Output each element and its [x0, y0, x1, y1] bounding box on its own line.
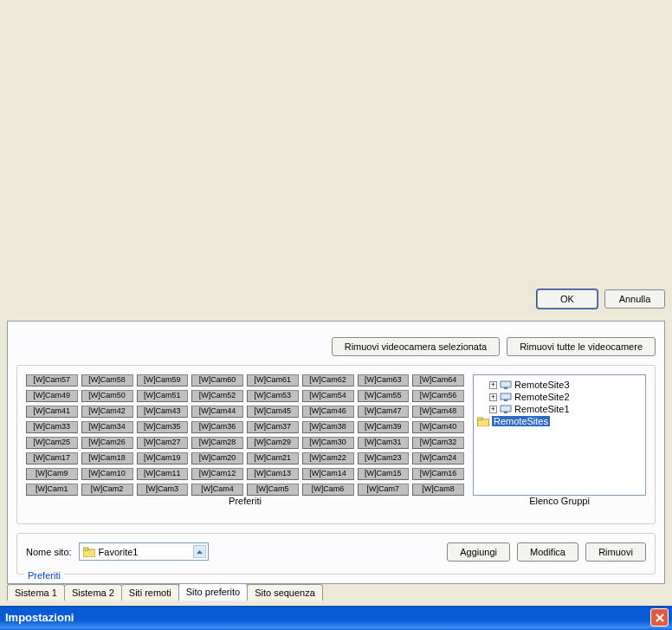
camera-cell-13[interactable]: [W]Cam13 — [247, 468, 299, 480]
cancel-button[interactable]: Annulla — [604, 289, 665, 309]
camera-label: [W]Cam17 — [34, 453, 71, 464]
tab-siti-remoti[interactable]: Siti remoti — [121, 584, 179, 601]
tab-sito-preferito[interactable]: Sito preferito — [178, 583, 248, 601]
camera-cell-27[interactable]: [W]Cam27 — [137, 437, 189, 449]
camera-cell-51[interactable]: [W]Cam51 — [137, 390, 189, 402]
camera-cell-19[interactable]: [W]Cam19 — [137, 452, 189, 464]
camera-cell-64[interactable]: [W]Cam64 — [412, 374, 464, 386]
camera-cell-62[interactable]: [W]Cam62 — [302, 374, 354, 386]
camera-cell-26[interactable]: [W]Cam26 — [81, 437, 133, 449]
camera-cell-31[interactable]: [W]Cam31 — [358, 437, 410, 449]
camera-cell-53[interactable]: [W]Cam53 — [247, 390, 299, 402]
camera-cell-39[interactable]: [W]Cam39 — [358, 421, 410, 433]
camera-label: [W]Cam36 — [199, 422, 236, 432]
camera-cell-10[interactable]: [W]Cam10 — [81, 468, 133, 480]
tree-item-remotesite3[interactable]: + RemoteSite3 — [477, 379, 642, 391]
camera-cell-23[interactable]: [W]Cam23 — [358, 452, 410, 464]
site-icon — [500, 405, 512, 414]
camera-cell-43[interactable]: [W]Cam43 — [137, 406, 189, 418]
combo-dropdown-button[interactable] — [193, 546, 206, 559]
camera-cell-9[interactable]: [W]Cam9 — [26, 468, 78, 480]
camera-cell-41[interactable]: [W]Cam41 — [26, 406, 78, 418]
remove-button[interactable]: Rimuovi — [585, 542, 646, 562]
camera-cell-2[interactable]: [W]Cam2 — [81, 484, 133, 496]
camera-cell-46[interactable]: [W]Cam46 — [302, 406, 354, 418]
camera-cell-55[interactable]: [W]Cam55 — [358, 390, 410, 402]
camera-cell-3[interactable]: [W]Cam3 — [137, 484, 189, 496]
camera-cell-29[interactable]: [W]Cam29 — [247, 437, 299, 449]
camera-cell-60[interactable]: [W]Cam60 — [191, 374, 243, 386]
camera-label: [W]Cam5 — [256, 484, 289, 495]
camera-cell-30[interactable]: [W]Cam30 — [302, 437, 354, 449]
camera-cell-56[interactable]: [W]Cam56 — [412, 390, 464, 402]
camera-cell-48[interactable]: [W]Cam48 — [412, 406, 464, 418]
camera-cell-18[interactable]: [W]Cam18 — [81, 452, 133, 464]
camera-cell-49[interactable]: [W]Cam49 — [26, 390, 78, 402]
tree-item-remotesite1[interactable]: + RemoteSite1 — [477, 403, 642, 415]
camera-cell-20[interactable]: [W]Cam20 — [191, 452, 243, 464]
camera-cell-17[interactable]: [W]Cam17 — [26, 452, 78, 464]
modify-button[interactable]: Modifica — [517, 542, 578, 562]
camera-label: [W]Cam12 — [199, 469, 236, 479]
camera-cell-52[interactable]: [W]Cam52 — [191, 390, 243, 402]
add-button[interactable]: Aggiungi — [447, 542, 510, 562]
ok-button[interactable]: OK — [537, 289, 598, 309]
camera-cell-36[interactable]: [W]Cam36 — [191, 421, 243, 433]
tab-sistema-1[interactable]: Sistema 1 — [7, 584, 65, 601]
camera-cell-24[interactable]: [W]Cam24 — [412, 452, 464, 464]
camera-label: [W]Cam10 — [88, 469, 126, 479]
remove-selected-camera-button[interactable]: Rimuovi videocamera selezionata — [332, 337, 500, 356]
camera-cell-32[interactable]: [W]Cam32 — [412, 437, 464, 449]
tree-item-remotesite2[interactable]: + RemoteSite2 — [477, 391, 642, 403]
camera-cell-6[interactable]: [W]Cam6 — [302, 484, 354, 496]
camera-cell-33[interactable]: [W]Cam33 — [26, 421, 78, 433]
camera-cell-22[interactable]: [W]Cam22 — [302, 452, 354, 464]
camera-cell-45[interactable]: [W]Cam45 — [247, 406, 299, 418]
camera-cell-1[interactable]: [W]Cam1 — [26, 484, 78, 496]
camera-cell-5[interactable]: [W]Cam5 — [247, 484, 299, 496]
remove-all-cameras-button[interactable]: Rimuovi tutte le videocamere — [507, 337, 656, 356]
expander-icon[interactable]: + — [489, 381, 497, 389]
camera-cell-58[interactable]: [W]Cam58 — [81, 374, 133, 386]
camera-cell-16[interactable]: [W]Cam16 — [412, 468, 464, 480]
tab-sito-sequenza[interactable]: Sito sequenza — [247, 584, 323, 601]
site-name-combo[interactable]: Favorite1 — [79, 543, 209, 562]
camera-cell-40[interactable]: [W]Cam40 — [412, 421, 464, 433]
camera-cell-7[interactable]: [W]Cam7 — [358, 484, 410, 496]
camera-cell-28[interactable]: [W]Cam28 — [191, 437, 243, 449]
close-button[interactable] — [650, 609, 669, 627]
camera-cell-50[interactable]: [W]Cam50 — [81, 390, 133, 402]
camera-cell-15[interactable]: [W]Cam15 — [358, 468, 410, 480]
camera-cell-63[interactable]: [W]Cam63 — [358, 374, 410, 386]
camera-cell-42[interactable]: [W]Cam42 — [81, 406, 133, 418]
tab-sistema-2[interactable]: Sistema 2 — [64, 584, 122, 601]
camera-cell-38[interactable]: [W]Cam38 — [302, 421, 354, 433]
camera-cell-11[interactable]: [W]Cam11 — [137, 468, 189, 480]
camera-cell-54[interactable]: [W]Cam54 — [302, 390, 354, 402]
camera-cell-34[interactable]: [W]Cam34 — [81, 421, 133, 433]
expander-icon[interactable]: + — [489, 393, 497, 401]
camera-cell-8[interactable]: [W]Cam8 — [412, 484, 464, 496]
camera-label: [W]Cam58 — [88, 375, 126, 386]
camera-cell-61[interactable]: [W]Cam61 — [247, 374, 299, 386]
camera-label: [W]Cam22 — [309, 453, 346, 464]
camera-cell-35[interactable]: [W]Cam35 — [137, 421, 189, 433]
camera-cell-21[interactable]: [W]Cam21 — [247, 452, 299, 464]
tree-root-remotesites[interactable]: RemoteSites — [477, 415, 642, 427]
camera-cell-37[interactable]: [W]Cam37 — [247, 421, 299, 433]
camera-cell-25[interactable]: [W]Cam25 — [26, 437, 78, 449]
camera-cell-59[interactable]: [W]Cam59 — [137, 374, 189, 386]
camera-cell-4[interactable]: [W]Cam4 — [191, 484, 243, 496]
camera-cell-47[interactable]: [W]Cam47 — [358, 406, 410, 418]
camera-label: [W]Cam3 — [146, 484, 179, 495]
camera-label: [W]Cam26 — [88, 438, 126, 448]
mid-panel: Preferiti [W]Cam1[W]Cam2[W]Cam3[W]Cam4[W… — [16, 365, 656, 524]
expander-icon[interactable]: + — [489, 406, 497, 413]
group-tree[interactable]: RemoteSites + RemoteSite1 + RemoteSite2 … — [473, 374, 646, 496]
camera-label: [W]Cam43 — [144, 406, 181, 417]
camera-cell-44[interactable]: [W]Cam44 — [191, 406, 243, 418]
camera-cell-57[interactable]: [W]Cam57 — [26, 374, 78, 386]
camera-cell-14[interactable]: [W]Cam14 — [302, 468, 354, 480]
camera-cell-12[interactable]: [W]Cam12 — [191, 468, 243, 480]
titlebar: Impostazioni — [0, 606, 672, 630]
